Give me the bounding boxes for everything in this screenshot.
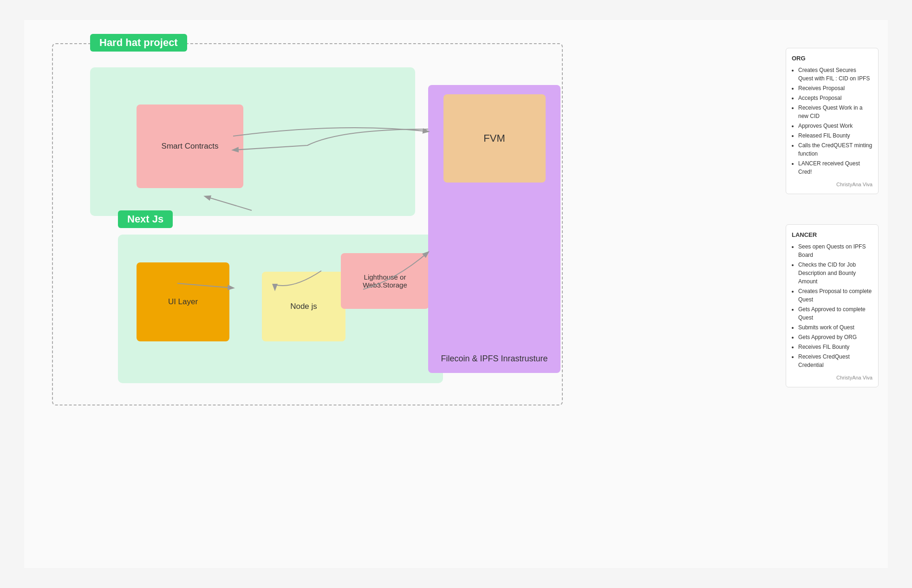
bottom-section: UI Layer Node js Lighthouse or Web3.Stor… [118,235,443,383]
lancer-note-6: Gets Approved by ORG [798,333,873,341]
lancer-note-1: Sees open Quests on IPFS Board [798,242,873,259]
fvm-label: FVM [483,132,505,144]
lancer-note-5: Submits work of Quest [798,323,873,332]
org-footer: ChristyAna Viva [792,181,873,189]
ui-layer-box: UI Layer [137,262,229,341]
nextjs-label: Next Js [118,210,173,228]
fvm-box: FVM [443,94,546,183]
org-note-8: LANCER received Quest Cred! [798,159,873,176]
smart-contracts-box: Smart Contracts [137,105,243,188]
lancer-note-4: Gets Approved to complete Quest [798,305,873,322]
lancer-notes-panel: LANCER Sees open Quests on IPFS Board Ch… [786,224,879,387]
lancer-note-3: Creates Proposal to complete Quest [798,287,873,304]
ui-layer-label: UI Layer [168,297,198,307]
org-note-1: Creates Quest Secures Quest with FIL : C… [798,66,873,83]
nodejs-label: Node js [290,302,317,311]
org-notes-list: Creates Quest Secures Quest with FIL : C… [792,66,873,176]
lancer-note-2: Checks the CID for Job Description and B… [798,261,873,286]
org-note-5: Approves Quest Work [798,122,873,130]
lancer-title: LANCER [792,230,873,240]
hardhat-label: Hard hat project [90,34,187,52]
lancer-note-7: Receives FIL Bounty [798,343,873,351]
lighthouse-box: Lighthouse or Web3.Storage [341,253,429,309]
org-note-7: Calls the CredQUEST minting function [798,141,873,158]
filecoin-box: FVM Filecoin & IPFS Inrastrusture [428,85,560,373]
lancer-notes-list: Sees open Quests on IPFS Board Checks th… [792,242,873,369]
org-note-4: Receives Quest Work in a new CID [798,104,873,120]
org-note-6: Released FIL Bounty [798,131,873,140]
org-note-3: Accepts Proposal [798,94,873,102]
org-note-2: Receives Proposal [798,84,873,92]
lancer-footer: ChristyAna Viva [792,374,873,382]
lancer-note-8: Receives CredQuest Credential [798,353,873,369]
org-notes-panel: ORG Creates Quest Secures Quest with FIL… [786,48,879,194]
smart-contracts-label: Smart Contracts [162,142,219,151]
lighthouse-label: Lighthouse or Web3.Storage [363,273,407,289]
top-section: Smart Contracts [90,67,415,216]
filecoin-label: Filecoin & IPFS Inrastrusture [428,354,560,364]
nodejs-box: Node js [262,272,345,341]
org-title: ORG [792,54,873,63]
